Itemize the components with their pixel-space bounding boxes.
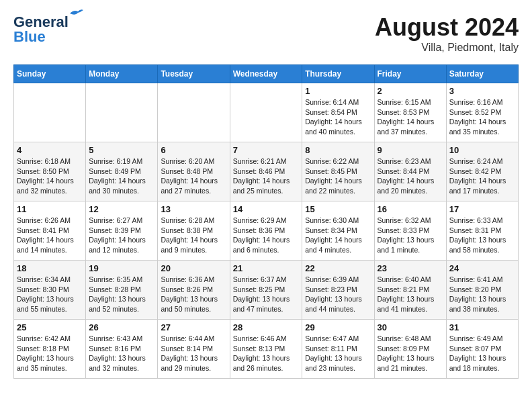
day-info: Sunrise: 6:49 AM Sunset: 8:07 PM Dayligh… [449,334,515,373]
day-info: Sunrise: 6:22 AM Sunset: 8:45 PM Dayligh… [305,156,371,196]
day-number: 18 [17,263,83,273]
day-info: Sunrise: 6:32 AM Sunset: 8:33 PM Dayligh… [378,216,443,255]
calendar-header-row: SundayMondayTuesdayWednesdayThursdayFrid… [14,65,519,83]
logo-bird-icon [69,8,83,19]
calendar-week-row: 25Sunrise: 6:42 AM Sunset: 8:18 PM Dayli… [14,320,519,379]
day-info: Sunrise: 6:33 AM Sunset: 8:31 PM Dayligh… [449,216,515,255]
calendar-cell: 16Sunrise: 6:32 AM Sunset: 8:33 PM Dayli… [374,201,446,261]
day-number: 10 [449,145,515,155]
day-info: Sunrise: 6:19 AM Sunset: 8:49 PM Dayligh… [89,156,154,196]
day-number: 9 [378,145,443,155]
calendar-cell: 20Sunrise: 6:36 AM Sunset: 8:26 PM Dayli… [158,261,230,320]
day-info: Sunrise: 6:39 AM Sunset: 8:23 PM Dayligh… [305,275,371,314]
calendar-cell: 15Sunrise: 6:30 AM Sunset: 8:34 PM Dayli… [302,201,374,261]
day-info: Sunrise: 6:37 AM Sunset: 8:25 PM Dayligh… [233,275,300,314]
calendar-cell [86,83,158,142]
calendar-cell: 31Sunrise: 6:49 AM Sunset: 8:07 PM Dayli… [446,320,518,379]
day-info: Sunrise: 6:44 AM Sunset: 8:14 PM Dayligh… [161,334,226,373]
day-info: Sunrise: 6:21 AM Sunset: 8:46 PM Dayligh… [233,156,300,196]
calendar-cell: 3Sunrise: 6:16 AM Sunset: 8:52 PM Daylig… [446,83,518,142]
calendar-cell: 28Sunrise: 6:46 AM Sunset: 8:13 PM Dayli… [230,320,302,379]
calendar-cell: 29Sunrise: 6:47 AM Sunset: 8:11 PM Dayli… [302,320,374,379]
calendar-cell: 9Sunrise: 6:23 AM Sunset: 8:44 PM Daylig… [374,142,446,201]
day-number: 24 [449,263,515,273]
day-number: 23 [378,263,443,273]
calendar-cell: 22Sunrise: 6:39 AM Sunset: 8:23 PM Dayli… [302,261,374,320]
calendar-cell: 7Sunrise: 6:21 AM Sunset: 8:46 PM Daylig… [230,142,302,201]
calendar-cell: 18Sunrise: 6:34 AM Sunset: 8:30 PM Dayli… [14,261,86,320]
day-number: 30 [378,322,443,332]
day-info: Sunrise: 6:28 AM Sunset: 8:38 PM Dayligh… [161,216,226,255]
title-block: August 2024 Villa, Piedmont, Italy [375,13,519,54]
day-info: Sunrise: 6:34 AM Sunset: 8:30 PM Dayligh… [17,275,83,314]
day-number: 6 [161,145,226,155]
day-info: Sunrise: 6:24 AM Sunset: 8:42 PM Dayligh… [449,156,515,196]
day-number: 13 [161,204,226,214]
day-number: 15 [305,204,371,214]
calendar-cell: 10Sunrise: 6:24 AM Sunset: 8:42 PM Dayli… [446,142,518,201]
day-info: Sunrise: 6:48 AM Sunset: 8:09 PM Dayligh… [378,334,443,373]
calendar-cell: 14Sunrise: 6:29 AM Sunset: 8:36 PM Dayli… [230,201,302,261]
day-header-thursday: Thursday [302,65,374,83]
day-number: 14 [233,204,300,214]
calendar-cell: 25Sunrise: 6:42 AM Sunset: 8:18 PM Dayli… [14,320,86,379]
calendar-cell: 4Sunrise: 6:18 AM Sunset: 8:50 PM Daylig… [14,142,86,201]
logo-general: General [13,13,69,30]
day-number: 3 [449,86,515,96]
day-info: Sunrise: 6:26 AM Sunset: 8:41 PM Dayligh… [17,216,83,255]
day-header-wednesday: Wednesday [230,65,302,83]
calendar-cell [230,83,302,142]
day-info: Sunrise: 6:36 AM Sunset: 8:26 PM Dayligh… [161,275,226,314]
day-info: Sunrise: 6:43 AM Sunset: 8:16 PM Dayligh… [89,334,154,373]
calendar-cell: 2Sunrise: 6:15 AM Sunset: 8:53 PM Daylig… [374,83,446,142]
month-year-title: August 2024 [375,13,519,42]
day-header-tuesday: Tuesday [158,65,230,83]
day-number: 28 [233,322,300,332]
calendar-table: SundayMondayTuesdayWednesdayThursdayFrid… [13,64,519,379]
day-number: 7 [233,145,300,155]
calendar-cell: 1Sunrise: 6:14 AM Sunset: 8:54 PM Daylig… [302,83,374,142]
calendar-cell: 30Sunrise: 6:48 AM Sunset: 8:09 PM Dayli… [374,320,446,379]
calendar-cell: 12Sunrise: 6:27 AM Sunset: 8:39 PM Dayli… [86,201,158,261]
day-number: 20 [161,263,226,273]
calendar-cell: 27Sunrise: 6:44 AM Sunset: 8:14 PM Dayli… [158,320,230,379]
day-info: Sunrise: 6:23 AM Sunset: 8:44 PM Dayligh… [378,156,443,196]
calendar-cell: 17Sunrise: 6:33 AM Sunset: 8:31 PM Dayli… [446,201,518,261]
calendar-cell: 8Sunrise: 6:22 AM Sunset: 8:45 PM Daylig… [302,142,374,201]
day-number: 12 [89,204,154,214]
day-number: 4 [17,145,83,155]
calendar-cell [14,83,86,142]
calendar-cell: 6Sunrise: 6:20 AM Sunset: 8:48 PM Daylig… [158,142,230,201]
day-header-monday: Monday [86,65,158,83]
calendar-cell: 11Sunrise: 6:26 AM Sunset: 8:41 PM Dayli… [14,201,86,261]
calendar-week-row: 4Sunrise: 6:18 AM Sunset: 8:50 PM Daylig… [14,142,519,201]
day-number: 8 [305,145,371,155]
day-info: Sunrise: 6:18 AM Sunset: 8:50 PM Dayligh… [17,156,83,196]
calendar-cell: 23Sunrise: 6:40 AM Sunset: 8:21 PM Dayli… [374,261,446,320]
day-number: 2 [378,86,443,96]
day-number: 1 [305,86,371,96]
day-info: Sunrise: 6:14 AM Sunset: 8:54 PM Dayligh… [305,97,371,137]
day-header-friday: Friday [374,65,446,83]
calendar-cell: 21Sunrise: 6:37 AM Sunset: 8:25 PM Dayli… [230,261,302,320]
calendar-cell: 5Sunrise: 6:19 AM Sunset: 8:49 PM Daylig… [86,142,158,201]
day-number: 17 [449,204,515,214]
logo: General Blue [13,13,69,46]
day-number: 19 [89,263,154,273]
day-info: Sunrise: 6:29 AM Sunset: 8:36 PM Dayligh… [233,216,300,255]
day-number: 16 [378,204,443,214]
page-header: General Blue August 2024 Villa, Piedmont… [13,13,519,54]
day-number: 5 [89,145,154,155]
day-number: 11 [17,204,83,214]
day-info: Sunrise: 6:41 AM Sunset: 8:20 PM Dayligh… [449,275,515,314]
calendar-cell: 19Sunrise: 6:35 AM Sunset: 8:28 PM Dayli… [86,261,158,320]
day-number: 25 [17,322,83,332]
day-info: Sunrise: 6:15 AM Sunset: 8:53 PM Dayligh… [378,97,443,137]
day-number: 29 [305,322,371,332]
day-info: Sunrise: 6:30 AM Sunset: 8:34 PM Dayligh… [305,216,371,255]
day-info: Sunrise: 6:27 AM Sunset: 8:39 PM Dayligh… [89,216,154,255]
day-info: Sunrise: 6:46 AM Sunset: 8:13 PM Dayligh… [233,334,300,373]
day-info: Sunrise: 6:35 AM Sunset: 8:28 PM Dayligh… [89,275,154,314]
day-number: 26 [89,322,154,332]
day-header-sunday: Sunday [14,65,86,83]
